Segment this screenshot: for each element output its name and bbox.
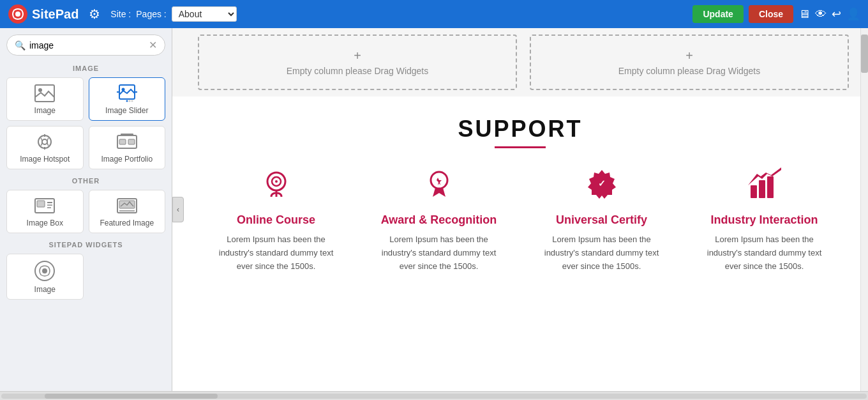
search-bar[interactable]: 🔍 ✕ bbox=[6, 35, 165, 56]
svg-point-8 bbox=[126, 100, 128, 102]
card-award-recognition: Award & Recognition Lorem Ipsum has been… bbox=[361, 167, 517, 273]
svg-point-5 bbox=[121, 88, 124, 91]
featured-image-widget-icon bbox=[117, 197, 137, 215]
svg-point-3 bbox=[38, 88, 42, 92]
right-scrollbar-thumb bbox=[861, 35, 868, 73]
sitemap-icon[interactable]: 👤 bbox=[846, 7, 860, 21]
support-title: SUPPORT bbox=[198, 116, 842, 142]
card-universal-certify: ✓ Universal Certify Lorem Ipsum has been… bbox=[523, 167, 680, 273]
drop-zone-1-text: Empty column please Drag Widgets bbox=[287, 66, 429, 76]
svg-text:✓: ✓ bbox=[598, 178, 606, 188]
brand-logo-icon bbox=[8, 4, 28, 24]
card-online-course-title: Online Course bbox=[237, 213, 315, 227]
card-industry-interaction-text: Lorem Ipsum has been the industry's stan… bbox=[701, 233, 828, 273]
image-hotspot-widget-icon bbox=[34, 133, 55, 151]
sidebar-collapse-button[interactable]: ‹ bbox=[172, 197, 184, 222]
card-universal-certify-text: Lorem Ipsum has been the industry's stan… bbox=[538, 233, 666, 273]
support-title-underline bbox=[495, 146, 546, 148]
other-widgets-grid: Image Box Featured Image bbox=[6, 190, 165, 233]
svg-rect-37 bbox=[759, 180, 765, 198]
card-online-course: Online Course Lorem Ipsum has been the i… bbox=[198, 167, 354, 273]
card-award-recognition-text: Lorem Ipsum has been the industry's stan… bbox=[375, 233, 503, 273]
svg-point-28 bbox=[42, 268, 47, 273]
history-icon[interactable]: ↩ bbox=[832, 7, 841, 21]
industry-interaction-icon bbox=[748, 167, 781, 207]
widget-featured-image-label: Featured Image bbox=[100, 219, 154, 227]
svg-point-32 bbox=[275, 180, 278, 183]
widget-image-slider[interactable]: Image Slider bbox=[89, 77, 166, 121]
support-section: SUPPORT bbox=[172, 96, 868, 292]
svg-rect-16 bbox=[121, 134, 133, 136]
right-scrollbar[interactable] bbox=[860, 28, 868, 391]
online-course-icon bbox=[260, 167, 293, 207]
update-button[interactable]: Update bbox=[692, 5, 743, 23]
section-sitepad-label: SITEPAD WIDGETS bbox=[6, 241, 165, 249]
drop-zone-1-plus: + bbox=[354, 49, 361, 63]
header: SitePad ⚙ Site : Pages : About Home Cont… bbox=[0, 0, 868, 28]
image-widget-icon bbox=[34, 84, 55, 102]
award-recognition-icon bbox=[423, 167, 456, 207]
card-industry-interaction: Industry Interaction Lorem Ipsum has bee… bbox=[686, 167, 842, 273]
widget-image-box-label: Image Box bbox=[27, 219, 63, 227]
svg-rect-17 bbox=[119, 139, 126, 144]
widget-image[interactable]: Image bbox=[6, 77, 84, 121]
settings-icon[interactable]: ⚙ bbox=[89, 6, 100, 22]
bottom-scroll-thumb bbox=[45, 394, 218, 399]
image-widgets-grid: Image Image Slider bbox=[6, 77, 165, 169]
widget-image-box[interactable]: Image Box bbox=[6, 190, 84, 233]
sidebar: 🔍 ✕ IMAGE Image bbox=[0, 28, 172, 391]
card-award-recognition-title: Award & Recognition bbox=[381, 213, 497, 227]
drop-zone-2-plus: + bbox=[685, 49, 693, 63]
widget-image-label: Image bbox=[34, 106, 56, 115]
widget-image-portfolio-label: Image Portfolio bbox=[101, 155, 153, 164]
card-industry-interaction-title: Industry Interaction bbox=[710, 213, 818, 227]
widget-image-hotspot-label: Image Hotspot bbox=[20, 155, 70, 164]
section-image-label: IMAGE bbox=[6, 65, 165, 72]
main-area: 🔍 ✕ IMAGE Image bbox=[0, 28, 868, 391]
svg-point-9 bbox=[128, 100, 130, 102]
drop-zone-2[interactable]: + Empty column please Drag Widgets bbox=[530, 35, 849, 90]
image-box-widget-icon bbox=[34, 197, 55, 215]
widget-sitepad-image-label: Image bbox=[34, 285, 56, 294]
site-label: Site : bbox=[110, 9, 131, 19]
drop-zone-1[interactable]: + Empty column please Drag Widgets bbox=[198, 35, 517, 90]
svg-rect-36 bbox=[751, 185, 757, 198]
pages-label: Pages : bbox=[136, 9, 166, 19]
svg-rect-38 bbox=[767, 176, 774, 198]
drop-zone-2-text: Empty column please Drag Widgets bbox=[618, 66, 761, 76]
widget-image-portfolio[interactable]: Image Portfolio bbox=[89, 126, 166, 169]
svg-point-10 bbox=[131, 100, 133, 102]
widget-image-slider-label: Image Slider bbox=[105, 106, 148, 115]
sitepad-widgets-grid: Image bbox=[6, 254, 165, 300]
widget-featured-image[interactable]: Featured Image bbox=[89, 190, 166, 233]
page-content: + Empty column please Drag Widgets + Emp… bbox=[172, 28, 868, 391]
sitepad-image-widget-icon bbox=[34, 261, 55, 281]
bottom-scroll-track bbox=[1, 394, 867, 399]
card-universal-certify-title: Universal Certify bbox=[556, 213, 647, 227]
svg-rect-20 bbox=[37, 201, 45, 207]
search-clear-button[interactable]: ✕ bbox=[149, 39, 157, 51]
drop-zones-row: + Empty column please Drag Widgets + Emp… bbox=[172, 28, 868, 96]
bottom-scrollbar[interactable] bbox=[0, 391, 868, 400]
svg-point-12 bbox=[42, 139, 47, 144]
support-cards: Online Course Lorem Ipsum has been the i… bbox=[198, 167, 842, 273]
svg-point-1 bbox=[15, 12, 20, 17]
svg-rect-18 bbox=[128, 139, 135, 144]
universal-certify-icon: ✓ bbox=[585, 167, 618, 207]
widget-sitepad-image[interactable]: Image bbox=[6, 254, 84, 300]
page-selector-area: Site : Pages : About Home Contact Servic… bbox=[110, 6, 236, 22]
desktop-icon[interactable]: 🖥 bbox=[798, 8, 810, 21]
search-input[interactable] bbox=[29, 40, 149, 50]
search-icon: 🔍 bbox=[15, 40, 26, 50]
page-select[interactable]: About Home Contact Services bbox=[172, 6, 237, 22]
svg-rect-2 bbox=[35, 85, 54, 102]
section-other-label: OTHER bbox=[6, 177, 165, 185]
card-online-course-text: Lorem Ipsum has been the industry's stan… bbox=[213, 233, 340, 273]
image-slider-widget-icon bbox=[117, 84, 137, 102]
eye-icon[interactable]: 👁 bbox=[815, 8, 827, 21]
brand-logo[interactable]: SitePad bbox=[8, 4, 79, 24]
widget-image-hotspot[interactable]: Image Hotspot bbox=[6, 126, 84, 169]
image-portfolio-widget-icon bbox=[117, 133, 137, 151]
svg-point-11 bbox=[38, 135, 51, 148]
close-button[interactable]: Close bbox=[749, 5, 793, 23]
